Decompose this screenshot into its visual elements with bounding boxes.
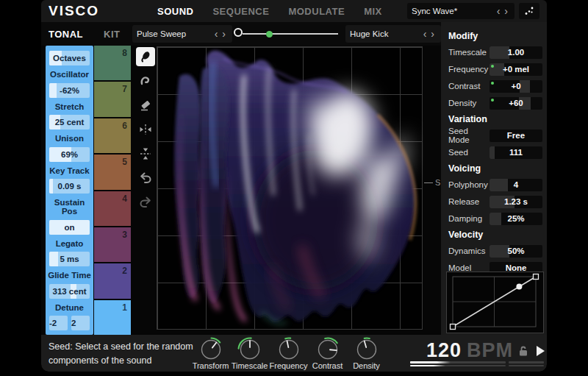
timescale-value-box[interactable]: 1.00: [490, 46, 542, 59]
layer-cell-8[interactable]: 8: [94, 46, 131, 82]
release-value-box[interactable]: 1.23 s: [490, 196, 542, 208]
param-stretch: -62% Stretch: [46, 83, 93, 111]
tab-mix[interactable]: MIX: [364, 6, 382, 17]
contrast-knob-dial[interactable]: [314, 336, 342, 363]
eraser-tool-button[interactable]: [136, 96, 155, 115]
row-value: +0 mel: [490, 63, 542, 76]
morph-slider-track[interactable]: [243, 33, 338, 35]
mirror-horizontal-button[interactable]: [136, 120, 155, 139]
brush-icon: [138, 49, 153, 64]
knob-frequency[interactable]: Frequency: [269, 336, 308, 370]
layer-cell-4[interactable]: 4: [94, 191, 131, 227]
morph-slider[interactable]: [234, 25, 341, 43]
tab-sound[interactable]: SOUND: [157, 6, 193, 17]
tempo-lock-icon[interactable]: [518, 345, 528, 357]
param-value-box[interactable]: -62%: [49, 83, 90, 98]
tab-kit[interactable]: KIT: [104, 29, 120, 40]
model-value-box[interactable]: None: [490, 262, 542, 274]
morph-right-prev-icon[interactable]: ‹: [421, 29, 429, 39]
damping-value-box[interactable]: 25%: [490, 213, 542, 225]
layer-cell-3[interactable]: 3: [94, 227, 131, 263]
brush-tool-button[interactable]: [136, 47, 155, 66]
beat-segment: [509, 361, 544, 363]
layer-number: 6: [122, 121, 127, 131]
knob-contrast[interactable]: Contrast: [308, 336, 347, 370]
param-glide-time: 5 ms Glide Time: [46, 252, 93, 280]
row-damping: Damping 25%: [448, 212, 542, 225]
row-label: Seed: [448, 148, 490, 157]
row-label: Contrast: [448, 82, 490, 91]
tab-sequence[interactable]: SEQUENCE: [212, 6, 269, 17]
layer-cell-1[interactable]: 1: [94, 300, 131, 335]
tab-modulate[interactable]: MODULATE: [288, 6, 345, 17]
app-logo: VISCO: [49, 3, 99, 19]
sound-canvas[interactable]: [157, 46, 423, 330]
beat-segment: [509, 365, 544, 366]
detune-high-box[interactable]: 2: [71, 316, 90, 330]
morph-right-preset-name: Huge Kick: [350, 29, 421, 38]
density-value-box[interactable]: +60: [490, 97, 542, 110]
velocity-curve-graph[interactable]: [447, 272, 542, 331]
preset-prev-icon[interactable]: ‹: [495, 6, 503, 16]
knob-timescale[interactable]: Timescale: [230, 336, 269, 370]
layer-cell-5[interactable]: 5: [94, 155, 131, 191]
detune-low-box[interactable]: -2: [49, 316, 68, 330]
play-button[interactable]: [537, 346, 545, 356]
param-value-box[interactable]: 0.09 s: [49, 179, 90, 194]
redo-button[interactable]: [136, 193, 155, 212]
morph-right-preset[interactable]: Huge Kick ‹ ›: [345, 25, 441, 43]
morph-left-prev-icon[interactable]: ‹: [212, 29, 220, 39]
layer-number: 4: [122, 194, 127, 204]
param-value-box[interactable]: Octaves: [49, 51, 90, 65]
contrast-value-box[interactable]: +0: [490, 80, 542, 93]
velocity-curve-editor[interactable]: [446, 272, 544, 333]
mirror-vertical-button[interactable]: [136, 144, 155, 163]
undo-button[interactable]: [136, 169, 155, 188]
smudge-tool-button[interactable]: [136, 71, 155, 91]
param-value-box[interactable]: 25 cent: [49, 115, 90, 130]
morph-left-preset[interactable]: Pulse Sweep ‹ ›: [132, 25, 232, 43]
mode-tabs: TONAL KIT: [49, 22, 121, 46]
param-fill: [49, 179, 53, 194]
frequency-knob-dial[interactable]: [275, 336, 303, 363]
morph-right-next-icon[interactable]: ›: [429, 29, 437, 39]
dynamics-value-box[interactable]: 50%: [490, 245, 542, 258]
polyphony-value-box[interactable]: 4: [490, 179, 542, 191]
knob-density[interactable]: Density: [347, 336, 386, 370]
beat-progress: [410, 361, 451, 363]
bpm-unit-label: BPM: [467, 339, 513, 362]
mod-indicator-dot: [491, 82, 494, 85]
seed-value-box[interactable]: 111: [490, 146, 542, 159]
preset-selector[interactable]: Sync Wave* ‹ ›: [407, 3, 514, 19]
param-value-box[interactable]: 5 ms: [49, 252, 90, 266]
knob-label: Density: [353, 361, 380, 370]
transform-knob-dial[interactable]: [197, 336, 225, 363]
section-title-voicing: Voicing: [448, 163, 542, 174]
morph-left-next-icon[interactable]: ›: [220, 29, 228, 39]
param-key-track: 69% Key Track: [46, 147, 93, 175]
param-value-box[interactable]: 69%: [49, 147, 90, 162]
randomize-button[interactable]: [519, 3, 539, 19]
detune-high-value: 2: [71, 319, 76, 327]
section-title-velocity: Velocity: [448, 230, 542, 240]
density-knob-dial[interactable]: [353, 336, 381, 363]
preset-next-icon[interactable]: ›: [502, 6, 510, 16]
layer-cell-6[interactable]: 6: [94, 118, 131, 155]
param-value-box[interactable]: on: [49, 220, 90, 235]
layer-cell-7[interactable]: 7: [94, 82, 131, 118]
param-value-box[interactable]: 313 cent: [49, 284, 90, 299]
param-label: Oscillator: [46, 70, 93, 79]
frequency-value-box[interactable]: +0 mel: [490, 63, 542, 76]
section-title-modify: Modify: [448, 31, 542, 41]
row-label: Release: [448, 197, 490, 206]
seed-mode-value-box[interactable]: Free: [490, 130, 542, 142]
knob-transform[interactable]: Transform: [191, 336, 230, 370]
bpm-value[interactable]: 120: [426, 339, 462, 362]
app-window: VISCO SOUND SEQUENCE MODULATE MIX Sync W…: [41, 0, 547, 372]
tab-tonal[interactable]: TONAL: [49, 29, 83, 40]
morph-position-dot[interactable]: [266, 31, 273, 38]
layer-cell-2[interactable]: 2: [94, 263, 131, 299]
timescale-knob-dial[interactable]: [236, 336, 264, 363]
tooltip-line-1: Seed: Select a seed for the random: [49, 340, 193, 354]
morph-slider-handle[interactable]: [234, 28, 243, 37]
